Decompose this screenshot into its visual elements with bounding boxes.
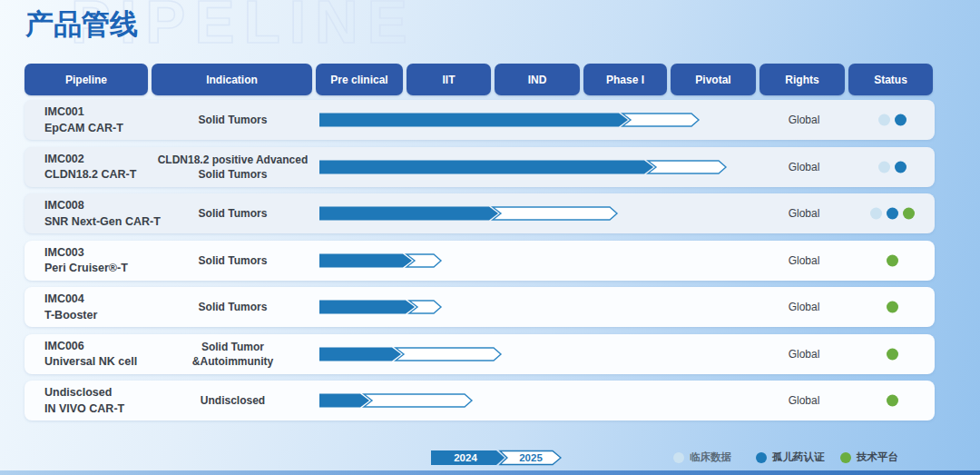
- column-header-pivotal: Pivotal: [671, 64, 756, 95]
- pipeline-name: IMC006 Universal NK cell: [44, 338, 137, 370]
- pipeline-product: IN VIVO CAR-T: [44, 401, 124, 417]
- pipeline-row: IMC001 EpCAM CAR-T Solid Tumors Global: [24, 100, 935, 140]
- rights-label: Global: [761, 161, 847, 173]
- indication-label: Solid Tumor &Autoimmunity: [152, 339, 313, 368]
- pipeline-name: IMC001 EpCAM CAR-T: [44, 104, 123, 136]
- column-header-status: Status: [848, 64, 933, 95]
- legend-item-orphan-drug: 孤儿药认证: [756, 450, 825, 464]
- year-legend: 2024 2025: [431, 450, 567, 466]
- platform-status-dot-icon: [887, 348, 898, 360]
- platform-status-dot-icon: [903, 208, 915, 220]
- legend: 2024 2025 临床数据 孤儿药认证 技术平台: [0, 448, 980, 468]
- platform-status-dot-icon: [887, 302, 898, 313]
- status-dots: [850, 208, 935, 220]
- pipeline-row: IMC002 CLDN18.2 CAR-T CLDN18.2 positive …: [24, 147, 935, 187]
- pipeline-code: IMC002: [44, 151, 136, 167]
- pipeline-code: IMC008: [44, 198, 161, 214]
- pipeline-name: IMC004 T-Booster: [44, 292, 97, 323]
- pipeline-name: IMC002 CLDN18.2 CAR-T: [44, 151, 136, 183]
- pipeline-code: IMC003: [44, 244, 128, 261]
- status-dots: [850, 254, 935, 266]
- pipeline-slide: PIPELINE 产品管线 Pipeline Indication Pre cl…: [0, 0, 980, 475]
- indication-label: Undisclosed: [152, 393, 313, 408]
- pipeline-row: Undisclosed IN VIVO CAR-T Undisclosed Gl…: [24, 381, 935, 421]
- pipeline-name: IMC003 Peri Cruiser®-T: [44, 244, 128, 276]
- orphan-status-dot-icon: [895, 161, 906, 173]
- pipeline-row: IMC004 T-Booster Solid Tumors Global: [24, 287, 935, 327]
- platform-status-dot-icon: [887, 254, 898, 266]
- progress-arrow: [319, 346, 503, 361]
- column-header-preclinical: Pre clinical: [316, 64, 403, 95]
- pipeline-row: IMC003 Peri Cruiser®-T Solid Tumors Glob…: [24, 241, 935, 281]
- progress-arrow-svg: [319, 346, 503, 361]
- status-dots: [850, 161, 935, 173]
- clinical-status-dot-icon: [870, 208, 882, 220]
- pipeline-code: Undisclosed: [44, 385, 124, 401]
- year-filled-label: 2024: [454, 452, 477, 463]
- rights-label: Global: [761, 301, 847, 313]
- pipeline-row: IMC006 Universal NK cell Solid Tumor &Au…: [24, 334, 935, 374]
- rights-label: Global: [761, 114, 847, 126]
- indication-label: Solid Tumors: [152, 113, 313, 127]
- progress-arrow: [319, 300, 443, 315]
- progress-arrow: [319, 206, 619, 222]
- pipeline-rows: IMC001 EpCAM CAR-T Solid Tumors Global I…: [24, 100, 935, 428]
- indication-label: Solid Tumors: [152, 252, 313, 267]
- progress-arrow-svg: [319, 300, 443, 315]
- tech-platform-dot-icon: [840, 452, 851, 463]
- clinical-data-dot-icon: [673, 452, 684, 463]
- column-header-phase1: Phase I: [583, 64, 667, 95]
- pipeline-product: T-Booster: [44, 307, 97, 323]
- status-dots: [850, 395, 935, 407]
- orphan-drug-dot-icon: [756, 452, 767, 463]
- progress-arrow: [319, 113, 701, 128]
- pipeline-product: CLDN18.2 CAR-T: [44, 167, 136, 183]
- column-header-iit: IIT: [407, 64, 491, 95]
- legend-item-tech-platform: 技术平台: [840, 450, 898, 464]
- progress-arrow-svg: [319, 252, 443, 268]
- clinical-status-dot-icon: [878, 161, 890, 173]
- indication-label: CLDN18.2 positive Advanced Solid Tumors: [152, 152, 313, 181]
- rights-label: Global: [761, 207, 847, 220]
- page-title: 产品管线: [25, 5, 138, 44]
- column-header-rights: Rights: [760, 64, 845, 95]
- pipeline-row: IMC008 SNR Next-Gen CAR-T Solid Tumors G…: [24, 193, 935, 233]
- rights-label: Global: [761, 254, 847, 267]
- indication-label: Solid Tumors: [152, 206, 313, 221]
- pipeline-product: SNR Next-Gen CAR-T: [44, 213, 161, 230]
- progress-arrow: [319, 252, 443, 268]
- bottom-accent-bar: [0, 470, 980, 475]
- legend-label-platform: 技术平台: [857, 450, 898, 464]
- progress-arrow: [319, 393, 474, 409]
- year-outline-label: 2025: [519, 452, 543, 463]
- pipeline-code: IMC004: [44, 292, 97, 308]
- year-arrows: 2024 2025: [431, 450, 567, 466]
- pipeline-product: EpCAM CAR-T: [44, 120, 123, 136]
- legend-label-clinical: 临床数据: [690, 450, 731, 464]
- pipeline-product: Peri Cruiser®-T: [44, 261, 128, 277]
- platform-status-dot-icon: [887, 395, 898, 407]
- status-dots: [850, 114, 935, 126]
- orphan-status-dot-icon: [887, 208, 898, 220]
- status-dots: [850, 302, 935, 313]
- status-dots: [850, 348, 935, 360]
- progress-arrow-svg: [319, 159, 728, 174]
- progress-arrow: [319, 159, 728, 174]
- column-header-pipeline: Pipeline: [24, 64, 148, 95]
- legend-item-clinical-data: 临床数据: [673, 450, 731, 464]
- progress-arrow-svg: [319, 206, 619, 222]
- progress-arrow-svg: [319, 393, 474, 409]
- pipeline-name: IMC008 SNR Next-Gen CAR-T: [44, 198, 161, 230]
- pipeline-product: Universal NK cell: [44, 354, 137, 371]
- pipeline-code: IMC006: [44, 338, 137, 354]
- rights-label: Global: [761, 348, 847, 361]
- indication-label: Solid Tumors: [152, 300, 313, 314]
- orphan-status-dot-icon: [895, 114, 906, 126]
- rights-label: Global: [761, 394, 847, 407]
- column-header-row: Pipeline Indication Pre clinical IIT IND…: [24, 64, 935, 95]
- progress-arrow-svg: [319, 113, 701, 128]
- column-header-ind: IND: [495, 64, 580, 95]
- pipeline-code: IMC001: [44, 104, 123, 121]
- legend-label-orphan: 孤儿药认证: [772, 450, 825, 464]
- pipeline-name: Undisclosed IN VIVO CAR-T: [44, 385, 124, 417]
